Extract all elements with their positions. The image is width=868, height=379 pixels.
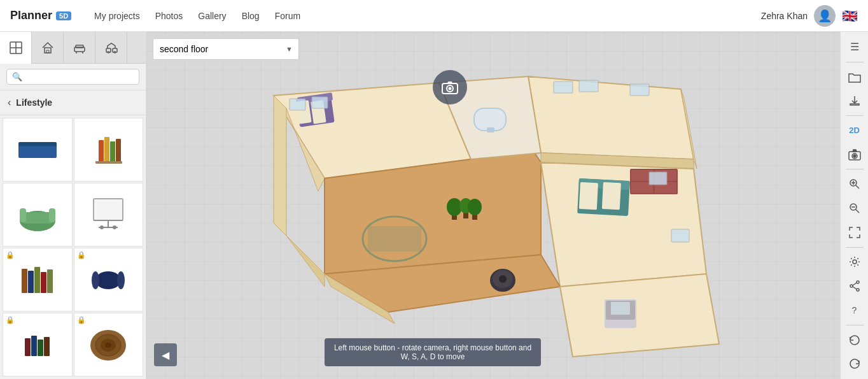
category-header[interactable]: ‹ Lifestyle (0, 90, 146, 115)
svg-point-93 (499, 275, 507, 283)
svg-rect-84 (290, 99, 305, 110)
logo-badge: 5D (56, 11, 71, 20)
2d-btn[interactable]: 2D (843, 119, 866, 142)
search-input[interactable] (22, 72, 134, 82)
avatar[interactable]: 👤 (814, 5, 836, 27)
help-btn[interactable]: ? (843, 299, 866, 322)
lock-icon: 🔒 (6, 316, 15, 324)
tool-icons-bar (0, 32, 146, 64)
svg-rect-96 (611, 302, 630, 315)
item-roll-cushion[interactable]: 🔒 (74, 248, 144, 311)
svg-line-106 (856, 185, 859, 189)
divider (846, 247, 864, 248)
menu-btn[interactable]: ☰ (843, 36, 866, 59)
svg-rect-40 (31, 336, 37, 356)
svg-line-116 (853, 283, 857, 285)
floor-select[interactable]: first floor second floor third floor (153, 38, 299, 60)
floor-selector: first floor second floor third floor (146, 32, 305, 66)
svg-marker-59 (274, 223, 325, 287)
svg-rect-23 (20, 208, 26, 222)
svg-line-117 (853, 287, 857, 289)
item-sofa-green[interactable] (3, 183, 73, 247)
folder-btn[interactable] (843, 66, 866, 89)
svg-rect-42 (44, 337, 50, 356)
header: Planner 5D My projects Photos Gallery Bl… (0, 0, 868, 32)
svg-rect-86 (554, 82, 573, 93)
item-book-flat[interactable] (3, 118, 73, 182)
svg-rect-11 (113, 48, 117, 52)
item-carpet[interactable]: 🔒 (74, 313, 144, 376)
floor-plan-tool[interactable] (0, 32, 32, 64)
furniture-tool[interactable] (64, 32, 95, 64)
svg-point-114 (857, 289, 859, 291)
svg-rect-20 (95, 161, 122, 164)
download-btn[interactable] (843, 89, 866, 112)
nav-forum[interactable]: Forum (275, 11, 300, 21)
floorplan-3d (197, 57, 770, 363)
svg-rect-87 (579, 80, 598, 92)
svg-point-38 (117, 271, 125, 289)
svg-rect-16 (99, 140, 104, 163)
svg-rect-76 (602, 182, 621, 210)
nav-blog[interactable]: Blog (242, 11, 260, 21)
svg-rect-72 (368, 226, 421, 252)
svg-rect-35 (47, 269, 53, 293)
svg-point-99 (449, 87, 452, 90)
canvas-area[interactable]: ◀ Left mouse button - rotate camera, rig… (146, 32, 846, 379)
svg-point-103 (853, 155, 856, 157)
flag-icon: 🇬🇧 (842, 8, 858, 24)
svg-rect-90 (671, 229, 689, 242)
back-arrow-button[interactable]: ◀ (154, 343, 177, 366)
exterior-tool[interactable] (95, 32, 127, 64)
svg-rect-82 (474, 108, 506, 131)
settings-btn[interactable] (843, 251, 866, 274)
item-books-tall[interactable]: 🔒 (3, 248, 73, 311)
svg-point-112 (853, 260, 857, 264)
undo-btn[interactable] (843, 329, 866, 352)
lock-icon: 🔒 (77, 316, 86, 324)
svg-rect-14 (18, 145, 57, 158)
svg-rect-34 (41, 272, 46, 293)
divider (846, 325, 864, 325)
home-tool[interactable] (32, 32, 64, 64)
svg-marker-104 (853, 150, 857, 152)
camera-button[interactable] (433, 70, 467, 104)
nav-gallery[interactable]: Gallery (198, 11, 226, 21)
fullscreen-btn[interactable] (843, 221, 866, 244)
divider (846, 169, 864, 169)
left-toolbar: 🔍 ‹ Lifestyle (0, 32, 146, 379)
svg-point-37 (92, 271, 99, 289)
item-whiteboard[interactable] (74, 183, 144, 247)
render-camera-btn[interactable] (843, 143, 866, 166)
redo-btn[interactable] (843, 352, 866, 375)
svg-point-115 (850, 285, 853, 287)
share-btn[interactable] (843, 275, 866, 297)
search-input-wrap: 🔍 (6, 69, 139, 85)
user-name: Zehra Khan (761, 11, 808, 21)
back-arrow-icon: ◀ (162, 349, 169, 361)
zoom-in-btn[interactable] (843, 173, 866, 196)
category-name: Lifestyle (16, 97, 52, 108)
svg-rect-17 (104, 137, 109, 163)
svg-rect-39 (25, 338, 31, 356)
svg-rect-32 (28, 271, 34, 293)
item-books2[interactable]: 🔒 (3, 313, 73, 376)
tooltip: Left mouse button - rotate camera, right… (325, 338, 541, 366)
tooltip-text: Left mouse button - rotate camera, right… (334, 343, 531, 361)
zoom-out-btn[interactable] (843, 197, 866, 220)
search-container: 🔍 (0, 64, 146, 90)
svg-marker-100 (447, 82, 452, 83)
svg-line-110 (856, 210, 859, 213)
logo-area: Planner 5D (0, 9, 81, 22)
logo-text: Planner (10, 9, 52, 22)
item-books-stack[interactable] (74, 118, 144, 182)
nav-photos[interactable]: Photos (155, 11, 183, 21)
divider (846, 62, 864, 62)
nav-links: My projects Photos Gallery Blog Forum (81, 11, 751, 21)
svg-rect-18 (110, 141, 115, 163)
nav-my-projects[interactable]: My projects (94, 11, 140, 21)
svg-rect-6 (76, 45, 83, 48)
svg-rect-15 (18, 144, 57, 147)
back-icon: ‹ (8, 97, 11, 108)
svg-rect-75 (579, 182, 598, 210)
